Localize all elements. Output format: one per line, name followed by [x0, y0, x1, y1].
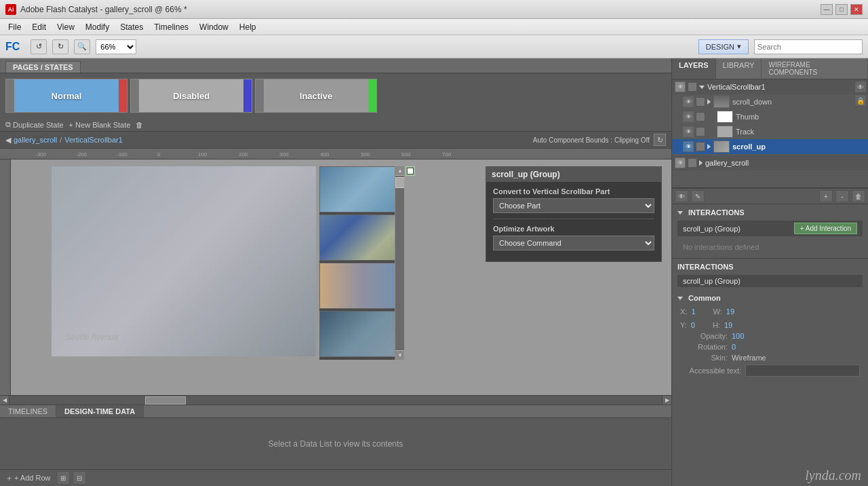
menu-view[interactable]: View: [52, 21, 80, 33]
prop-opacity-label: Opacity:: [680, 332, 728, 340]
menu-modify[interactable]: Modify: [80, 21, 115, 33]
layer-vis-scroll-down[interactable]: 👁: [683, 96, 694, 107]
search-input[interactable]: [754, 39, 863, 54]
breadcrumb-back[interactable]: ◀: [5, 136, 11, 145]
add-row-icon: ＋: [5, 473, 13, 483]
layer-tool-2[interactable]: 🔒: [854, 94, 867, 107]
breadcrumb-path2[interactable]: VerticalScrollbar1: [64, 136, 123, 144]
layer-vis-gallery[interactable]: 👁: [675, 157, 686, 168]
layer-action-5[interactable]: 🗑: [852, 190, 865, 202]
tab-layers[interactable]: LAYERS: [672, 58, 716, 79]
popup-optimize-select[interactable]: Choose Command: [493, 236, 654, 250]
delete-state-button[interactable]: 🗑: [136, 121, 143, 129]
menu-states[interactable]: States: [115, 21, 149, 33]
prop-accessible-input[interactable]: [745, 364, 860, 377]
state-inactive[interactable]: Inactive: [255, 79, 377, 113]
prop-x-val[interactable]: 1: [691, 307, 695, 316]
layer-vis-thumb[interactable]: 👁: [683, 111, 694, 122]
popup-header: scroll_up (Group): [486, 167, 661, 182]
prop-h-val[interactable]: 19: [724, 321, 732, 329]
bottom-tool-1[interactable]: ⊞: [56, 471, 70, 485]
common-label: Common: [688, 294, 721, 302]
layer-row-thumb[interactable]: 👁 Thumb: [672, 109, 868, 124]
minimize-button[interactable]: —: [821, 4, 833, 15]
layer-action-1[interactable]: 👁: [675, 190, 688, 202]
scroll-up-arrow[interactable]: ▲: [395, 166, 404, 176]
zoom-button[interactable]: 🔍: [74, 39, 90, 54]
common-expand-icon[interactable]: [677, 297, 683, 300]
new-blank-state-button[interactable]: + New Blank State: [69, 121, 131, 129]
layer-action-2[interactable]: ✎: [691, 190, 705, 202]
duplicate-state-button[interactable]: ⧉ Duplicate State: [5, 120, 64, 129]
layer-parent-gallery[interactable]: 👁 gallery_scroll: [672, 155, 868, 170]
layer-tool-1[interactable]: 👁: [854, 81, 867, 93]
maximize-button[interactable]: □: [835, 4, 848, 15]
hscroll-thumb[interactable]: [145, 396, 186, 405]
state-normal[interactable]: Normal: [5, 79, 127, 113]
scroll-thumb[interactable]: [395, 177, 404, 188]
add-interaction-button[interactable]: + Add Interaction: [794, 223, 857, 234]
undo-button[interactable]: ↺: [31, 39, 47, 54]
popup-convert-select[interactable]: Choose Part: [493, 198, 654, 213]
breadcrumb-path1[interactable]: gallery_scroll: [14, 136, 57, 144]
prop-w-val[interactable]: 19: [726, 307, 734, 316]
state-disabled-label: Disabled: [173, 91, 210, 101]
refresh-button[interactable]: ↻: [654, 134, 666, 146]
layer-lock-icon[interactable]: [688, 82, 697, 92]
prop-rotation-value[interactable]: 0: [732, 343, 736, 351]
close-button[interactable]: ✕: [850, 4, 863, 15]
interactions-title: INTERACTIONS: [688, 208, 863, 217]
layer-lock-scroll-up[interactable]: [696, 142, 705, 151]
layer-expand-scroll-down[interactable]: [707, 99, 711, 105]
menu-timelines[interactable]: Timelines: [149, 21, 194, 33]
zoom-select[interactable]: 66% 100% 50%: [96, 39, 136, 54]
canvas-main[interactable]: Seville Avenue ▲ ▼: [11, 160, 671, 395]
hscroll-left[interactable]: ◀: [0, 396, 9, 405]
prop-opacity-value[interactable]: 100: [732, 332, 744, 340]
properties-header: INTERACTIONS: [677, 263, 863, 271]
layer-action-4[interactable]: -: [835, 190, 849, 202]
layer-expand-gallery[interactable]: [699, 160, 703, 166]
layer-vis-icon[interactable]: 👁: [675, 81, 686, 92]
selection-handle-tl[interactable]: [406, 166, 415, 176]
layer-action-3[interactable]: +: [819, 190, 833, 202]
menu-help[interactable]: Help: [234, 21, 262, 33]
layer-expand-scroll-up[interactable]: [707, 144, 711, 149]
scroll-down-arrow[interactable]: ▼: [395, 350, 404, 360]
layer-lock-scroll-down[interactable]: [696, 97, 705, 107]
design-mode-button[interactable]: DESIGN ▾: [698, 39, 749, 54]
app-logo: FC: [5, 41, 20, 53]
tab-design-time-data[interactable]: DESIGN-TIME DATA: [56, 405, 144, 417]
state-disabled[interactable]: Disabled: [130, 79, 252, 113]
tab-library[interactable]: LIBRARY: [716, 58, 762, 79]
layer-parent-row[interactable]: 👁 VerticalScrollbar1: [672, 79, 868, 94]
layer-lock-track[interactable]: [696, 127, 705, 136]
hscroll-track[interactable]: [9, 396, 662, 405]
pages-states-label: PAGES / STATES: [5, 61, 81, 73]
layer-vis-scroll-up[interactable]: 👁: [683, 141, 694, 152]
hscroll-right[interactable]: ▶: [662, 396, 671, 405]
layer-lock-thumb[interactable]: [696, 112, 705, 122]
layer-lock-gallery[interactable]: [688, 158, 697, 168]
prop-y-val[interactable]: 0: [691, 321, 695, 329]
window-controls[interactable]: — □ ✕: [821, 4, 863, 15]
add-row-label: + Add Row: [14, 474, 51, 482]
layer-expand-icon[interactable]: [699, 86, 705, 89]
tab-wireframe[interactable]: WIREFRAME COMPONENTS: [762, 58, 868, 79]
layer-row-track[interactable]: 👁 Track: [672, 124, 868, 139]
layer-row-scroll-down[interactable]: 👁 scroll_down: [672, 94, 868, 109]
layer-name-scroll-up: scroll_up: [732, 143, 865, 151]
menu-file[interactable]: File: [3, 21, 26, 33]
layer-name-thumb: Thumb: [736, 113, 865, 121]
interactions-expand-icon[interactable]: [677, 211, 683, 214]
common-section-header[interactable]: Common: [677, 291, 863, 305]
add-row-button[interactable]: ＋ + Add Row: [5, 473, 51, 483]
layer-row-scroll-up[interactable]: 👁 scroll_up: [672, 139, 868, 154]
layer-vis-track[interactable]: 👁: [683, 126, 694, 137]
interactions-header: INTERACTIONS: [677, 208, 863, 217]
redo-button[interactable]: ↻: [52, 39, 68, 54]
menu-window[interactable]: Window: [194, 21, 234, 33]
menu-edit[interactable]: Edit: [26, 21, 52, 33]
tab-timelines[interactable]: TIMELINES: [0, 405, 56, 417]
bottom-tool-2[interactable]: ⊟: [73, 471, 86, 485]
